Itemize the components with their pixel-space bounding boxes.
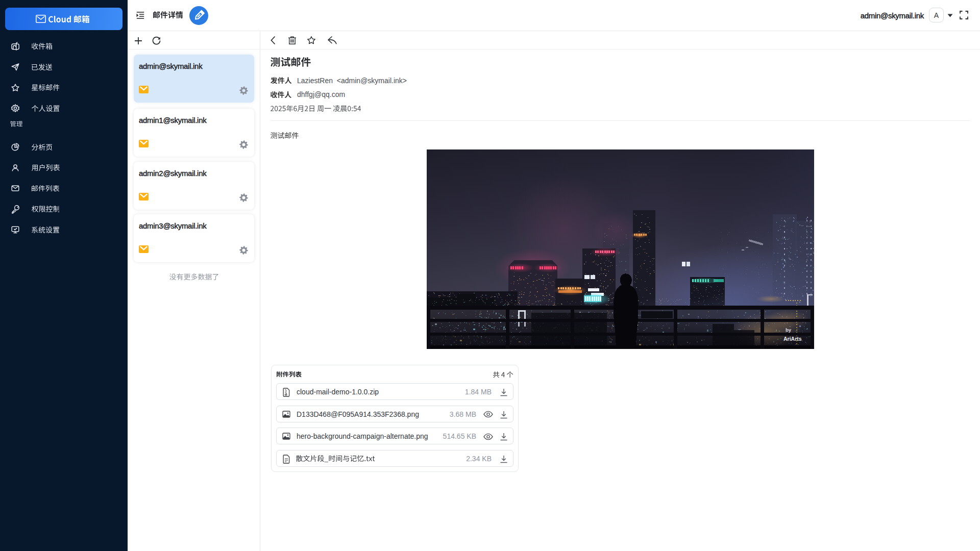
svg-text:AriArts: AriArts xyxy=(783,336,802,342)
svg-text:by: by xyxy=(786,327,792,333)
